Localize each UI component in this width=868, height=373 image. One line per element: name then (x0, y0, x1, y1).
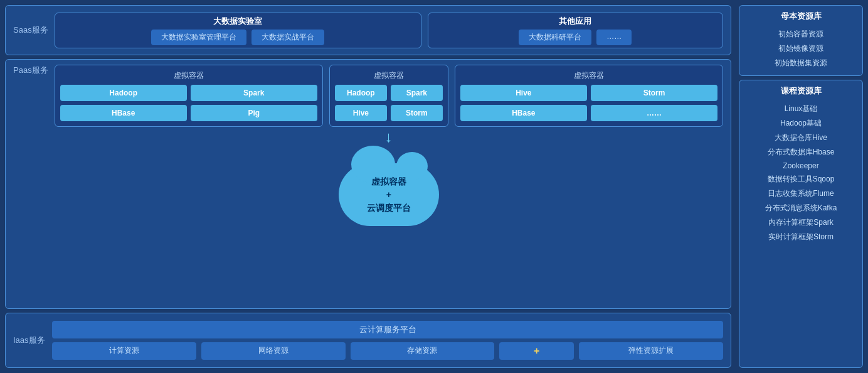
course-lib-item-8: 内存计算框架Spark (747, 215, 855, 230)
vc2-chip-2: Hive (335, 105, 387, 121)
mother-lib-title: 母本资源库 (747, 11, 855, 22)
course-lib-item-6: 日志收集系统Flume (747, 186, 855, 201)
main-area: Saas服务 大数据实验室 大数据实验室管理平台 大数据实战平台 其他应用 大数… (0, 0, 736, 373)
saas-label: Saas服务 (13, 24, 48, 36)
iaas-content: 云计算服务平台 计算资源 网络资源 存储资源 + 弹性资源扩展 (52, 321, 723, 360)
course-lib-item-2: 大数据仓库Hive (747, 131, 855, 145)
vc1-chip-3: Pig (191, 105, 317, 121)
mother-lib-box: 母本资源库 初始容器资源 初始镜像资源 初始数据集资源 (739, 5, 863, 76)
iaas-label: Iaas服务 (13, 335, 46, 346)
course-lib-box: 课程资源库 Linux基础 Hadoop基础 大数据仓库Hive 分布式数据库H… (739, 80, 863, 368)
iaas-chip-1: 网络资源 (201, 342, 346, 360)
vc1-chip-2: HBase (60, 105, 187, 121)
iaas-chips: 计算资源 网络资源 存储资源 + 弹性资源扩展 (52, 342, 723, 360)
vc1-chip-1: Spark (191, 85, 317, 101)
course-lib-item-1: Hadoop基础 (747, 116, 855, 131)
arrow-down-center: ↓ (385, 129, 393, 144)
vcontainer-3-title: 虚拟容器 (460, 70, 717, 81)
paas-section: Paas服务 虚拟容器 Hadoop Spark HBase Pig 虚拟容器 … (5, 59, 731, 309)
course-lib-item-5: 数据转换工具Sqoop (747, 172, 855, 186)
saas-other-chip-2: …… (596, 30, 632, 45)
course-lib-item-0: Linux基础 (747, 102, 855, 116)
vcontainer-2-title: 虚拟容器 (335, 70, 443, 81)
saas-chip-1: 大数据实验室管理平台 (151, 30, 246, 45)
vc3-chip-2: HBase (460, 105, 587, 121)
vc3-chip-0: Hive (460, 85, 587, 101)
iaas-chip-2: 存储资源 (351, 342, 495, 360)
saas-chip-2: 大数据实战平台 (251, 30, 324, 45)
course-lib-title: 课程资源库 (747, 85, 855, 97)
saas-other-chip-1: 大数据科研平台 (519, 30, 591, 45)
paas-containers: 虚拟容器 Hadoop Spark HBase Pig 虚拟容器 Hadoop … (55, 65, 723, 303)
vc3-chip-3: …… (591, 105, 717, 121)
cloud-shape: 虚拟容器 + 云调度平台 (339, 163, 439, 226)
course-lib-item-3: 分布式数据库Hbase (747, 145, 855, 159)
vc2-chip-0: Hadoop (335, 85, 387, 101)
iaas-chip-plus: + (499, 342, 574, 360)
vc3-chip-1: Storm (591, 85, 717, 101)
vc1-chip-0: Hadoop (60, 85, 187, 101)
vc2-chip-1: Spark (391, 85, 443, 101)
saas-big-lab: 大数据实验室 大数据实验室管理平台 大数据实战平台 (55, 13, 421, 48)
vc2-chip-3: Storm (391, 105, 443, 121)
iaas-section: Iaas服务 云计算服务平台 计算资源 网络资源 存储资源 + 弹性资源扩展 (5, 313, 731, 368)
saas-other: 其他应用 大数据科研平台 …… (428, 13, 724, 48)
iaas-chip-0: 计算资源 (52, 342, 196, 360)
vcontainer-1: 虚拟容器 Hadoop Spark HBase Pig (55, 65, 323, 127)
mother-lib-item-2: 初始数据集资源 (747, 56, 855, 70)
iaas-platform: 云计算服务平台 (52, 321, 723, 338)
course-lib-item-4: Zookeeper (747, 159, 855, 172)
vcontainer-2: 虚拟容器 Hadoop Spark Hive Storm (329, 65, 448, 127)
vcontainer-1-title: 虚拟容器 (60, 70, 317, 81)
paas-label: Paas服务 (13, 65, 48, 303)
mother-lib-item-1: 初始镜像资源 (747, 41, 855, 56)
saas-section: Saas服务 大数据实验室 大数据实验室管理平台 大数据实战平台 其他应用 大数… (5, 5, 731, 55)
right-panel: 母本资源库 初始容器资源 初始镜像资源 初始数据集资源 课程资源库 Linux基… (736, 0, 868, 373)
iaas-chip-4: 弹性资源扩展 (579, 342, 723, 360)
vcontainer-3: 虚拟容器 Hive Storm HBase …… (455, 65, 723, 127)
cloud-text: 虚拟容器 + 云调度平台 (367, 175, 411, 215)
course-lib-item-7: 分布式消息系统Kafka (747, 201, 855, 215)
mother-lib-item-0: 初始容器资源 (747, 27, 855, 41)
course-lib-item-9: 实时计算框架Storm (747, 230, 855, 244)
saas-big-lab-title: 大数据实验室 (213, 16, 262, 27)
saas-other-title: 其他应用 (559, 16, 591, 27)
